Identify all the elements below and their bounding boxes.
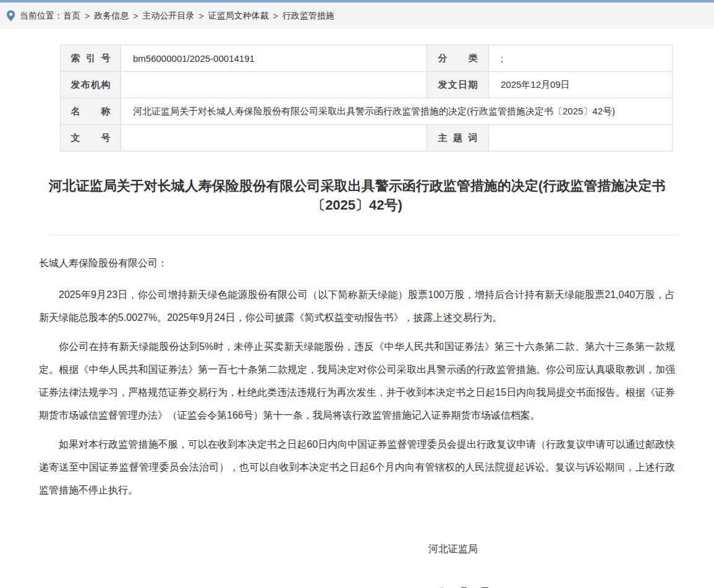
- breadcrumb-item-home[interactable]: 首页: [63, 11, 80, 22]
- paragraph-3: 如果对本行政监管措施不服，可以在收到本决定书之日起60日内向中国证券监督管理委员…: [39, 433, 675, 501]
- salutation: 长城人寿保险股份有限公司：: [39, 252, 675, 275]
- breadcrumb-item-open-catalog[interactable]: 主动公开目录: [142, 11, 194, 22]
- index-value: bm56000001/2025-00014191: [121, 45, 427, 72]
- table-row: 文号 主题词: [61, 125, 673, 151]
- document-body: 长城人寿保险股份有限公司： 2025年9月23日，你公司增持新天绿色能源股份有限…: [39, 252, 675, 588]
- page-title: 河北证监局关于对长城人寿保险股份有限公司采取出具警示函行政监管措施的决定(行政监…: [48, 176, 666, 215]
- breadcrumb-item-doc-genre[interactable]: 证监局文种体裁: [208, 11, 269, 22]
- subject-label-text: 主题词: [438, 132, 478, 144]
- meta-table: 索引号 bm56000001/2025-00014191 分类 ; 发布机构 发…: [60, 45, 673, 151]
- name-value: 河北证监局关于对长城人寿保险股份有限公司采取出具警示函行政监管措施的决定(行政监…: [121, 98, 673, 125]
- paragraph-1: 2025年9月23日，你公司增持新天绿色能源股份有限公司（以下简称新天绿能）股票…: [39, 283, 675, 329]
- publisher-label-text: 发布机构: [71, 79, 111, 91]
- signature-date: 2025年11月21日: [417, 581, 490, 588]
- breadcrumb-item-admin-measures[interactable]: 行政监管措施: [283, 11, 334, 22]
- table-row: 名称 河北证监局关于对长城人寿保险股份有限公司采取出具警示函行政监管措施的决定(…: [61, 98, 673, 125]
- category-label: 分类: [427, 45, 489, 72]
- breadcrumb-label: 当前位置：: [20, 11, 63, 22]
- breadcrumb-separator: >: [85, 11, 90, 21]
- pubdate-label: 发文日期: [427, 72, 489, 98]
- signature-block: 河北证监局 2025年11月21日: [417, 537, 490, 588]
- docno-label: 文号: [61, 125, 121, 151]
- publisher-value: [121, 72, 427, 98]
- breadcrumb-item-gov-info[interactable]: 政务信息: [94, 11, 129, 22]
- docno-label-text: 文号: [71, 132, 111, 144]
- breadcrumb-separator: >: [198, 11, 203, 21]
- pubdate-value: 2025年12月09日: [489, 72, 673, 98]
- page: 当前位置： 首页 > 政务信息 > 主动公开目录 > 证监局文种体裁 > 行政监…: [0, 0, 714, 588]
- category-value: ;: [489, 45, 673, 72]
- name-label: 名称: [61, 98, 121, 125]
- table-row: 发布机构 发文日期 2025年12月09日: [61, 72, 673, 98]
- index-label-text: 索引号: [71, 53, 111, 64]
- subject-label: 主题词: [427, 125, 489, 151]
- signature-name: 河北证监局: [417, 537, 490, 560]
- publisher-label: 发布机构: [61, 72, 121, 98]
- breadcrumb-separator: >: [273, 11, 278, 21]
- subject-value: [489, 125, 673, 151]
- breadcrumb-separator: >: [133, 11, 138, 21]
- index-label: 索引号: [61, 45, 121, 72]
- category-label-text: 分类: [438, 53, 478, 64]
- name-label-text: 名称: [71, 106, 111, 117]
- docno-value: [121, 125, 427, 151]
- pubdate-label-text: 发文日期: [438, 79, 478, 91]
- table-row: 索引号 bm56000001/2025-00014191 分类 ;: [61, 45, 673, 72]
- breadcrumb: 当前位置： 首页 > 政务信息 > 主动公开目录 > 证监局文种体裁 > 行政监…: [0, 0, 714, 29]
- paragraph-2: 你公司在持有新天绿能股份达到5%时，未停止买卖新天绿能股份，违反《中华人民共和国…: [39, 335, 675, 427]
- title-divider: [48, 235, 679, 236]
- location-pin-icon: [6, 10, 15, 22]
